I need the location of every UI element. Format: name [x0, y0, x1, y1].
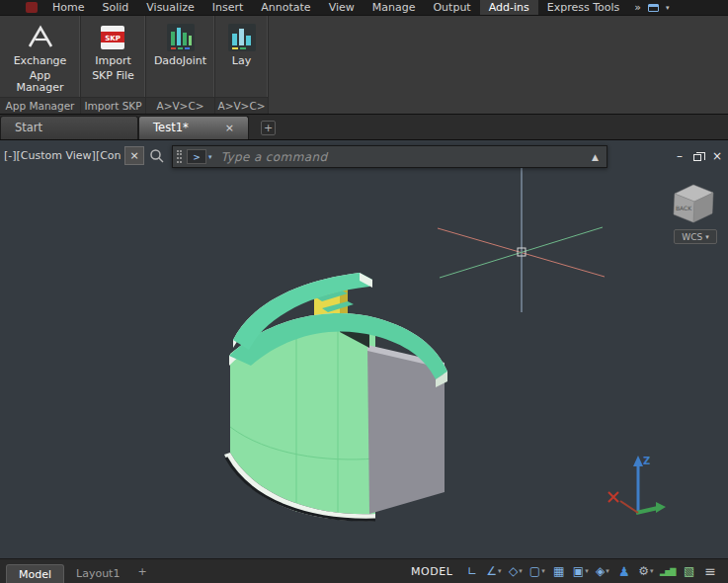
- svg-text:SKP: SKP: [106, 35, 121, 42]
- autocad-window: Home Solid Visualize Insert Annotate Vie…: [0, 0, 728, 583]
- button-label-line1: Exchange: [14, 55, 67, 67]
- dynamic-ucs-toggle[interactable]: ◈▾: [592, 559, 612, 583]
- command-bar-grip[interactable]: [177, 150, 182, 163]
- chevron-down-icon: ▾: [519, 567, 523, 575]
- panel-avc-lay: Lay A>V>C>: [215, 16, 269, 114]
- restore-button[interactable]: [693, 154, 701, 161]
- file-tab-close-icon[interactable]: ×: [225, 117, 234, 139]
- panel-label-app-manager[interactable]: App Manager: [0, 97, 80, 114]
- zoom-magnifier-icon[interactable]: [149, 148, 165, 164]
- isodraft-toggle[interactable]: ◇▾: [505, 559, 526, 583]
- reception-desk-model[interactable]: [224, 273, 447, 521]
- viewport-close-button[interactable]: ×: [124, 146, 144, 165]
- ribbon-tab-annotate[interactable]: Annotate: [252, 0, 319, 15]
- command-line-bar[interactable]: > ▾ Type a command ▲: [172, 145, 607, 168]
- minimize-button[interactable]: –: [677, 149, 683, 163]
- ribbon-tab-add-ins[interactable]: Add-ins: [480, 0, 538, 15]
- 3d-object-snap-toggle[interactable]: ▣▾: [570, 559, 591, 583]
- ribbon-empty-space: [269, 16, 728, 114]
- drawing-canvas[interactable]: BACK Z: [0, 140, 728, 558]
- exchange-app-manager-button[interactable]: Exchange App Manager: [0, 21, 80, 97]
- chevron-down-icon: ▾: [541, 567, 545, 575]
- ribbon-tab-solid[interactable]: Solid: [93, 0, 137, 15]
- button-label: Lay: [232, 55, 251, 67]
- isodraft-icon: ◇: [509, 564, 518, 578]
- wcs-dropdown[interactable]: WCS ▾: [674, 229, 717, 244]
- 3d-object-snap-icon: ▣: [573, 564, 584, 578]
- command-prompt-icon[interactable]: >: [187, 149, 206, 164]
- file-tab-test1[interactable]: Test1* ×: [138, 116, 249, 139]
- graphics-performance-toggle[interactable]: ▂▅▇: [657, 559, 678, 583]
- workspace-switching[interactable]: ⚙▾: [635, 559, 656, 583]
- polar-tracking-icon: ∠: [486, 564, 497, 578]
- file-tab-bar: Start Test1* × +: [0, 115, 728, 140]
- lay-button[interactable]: Lay: [223, 21, 261, 97]
- wcs-label: WCS: [682, 232, 702, 242]
- ribbon-display-toggle-icon[interactable]: [648, 4, 659, 12]
- ribbon-tab-home[interactable]: Home: [43, 0, 93, 15]
- close-button[interactable]: ×: [712, 149, 722, 163]
- snap-tracking-toggle[interactable]: ▦: [548, 559, 569, 583]
- ucs-icon: Z: [608, 456, 666, 514]
- viewcube[interactable]: BACK: [674, 185, 713, 222]
- model-space-toggle[interactable]: MODEL: [411, 565, 452, 578]
- customization-menu-icon[interactable]: ≡: [700, 563, 722, 579]
- panel-avc-dadojoint: DadoJoint A>V>C>: [146, 16, 215, 114]
- command-input[interactable]: Type a command: [221, 150, 328, 164]
- status-bar: Model Layout1 + MODEL ∟ ∠▾ ◇▾ ▢▾ ▦ ▣▾ ◈▾…: [0, 558, 728, 583]
- isolate-objects-toggle[interactable]: ▧: [679, 559, 699, 583]
- z-axis-label: Z: [643, 456, 650, 466]
- ribbon-display-dropdown-icon[interactable]: ▾: [666, 4, 670, 12]
- annotation-monitor-icon: ♟: [618, 564, 630, 579]
- skp-file-icon: SKP: [98, 23, 127, 52]
- new-file-tab-button[interactable]: +: [261, 121, 276, 135]
- chevron-down-icon: ▾: [606, 567, 609, 575]
- annotation-monitor-toggle[interactable]: ♟: [613, 559, 634, 583]
- tab-overflow-icon[interactable]: »: [634, 1, 641, 14]
- dadojoint-button[interactable]: DadoJoint: [150, 21, 210, 97]
- app-icon[interactable]: [26, 2, 38, 13]
- isolate-objects-icon: ▧: [684, 564, 694, 578]
- document-window-controls: – ×: [677, 149, 722, 163]
- ribbon-tab-view[interactable]: View: [320, 0, 364, 15]
- x-axis-marker: [608, 492, 618, 502]
- chevron-down-icon: ▾: [498, 567, 502, 575]
- polar-tracking-toggle[interactable]: ∠▾: [483, 559, 504, 583]
- ribbon-tab-output[interactable]: Output: [424, 0, 479, 15]
- chevron-down-icon: ▾: [650, 567, 654, 575]
- command-prompt-dropdown-icon[interactable]: ▾: [208, 153, 212, 161]
- panel-label-avc-2[interactable]: A>V>C>: [215, 97, 268, 114]
- panel-label-avc-1[interactable]: A>V>C>: [146, 97, 214, 114]
- layout-tab-layout1[interactable]: Layout1: [66, 564, 129, 583]
- ribbon: Exchange App Manager App Manager SKP Imp…: [0, 16, 728, 115]
- graphics-performance-icon: ▂▅▇: [660, 567, 675, 576]
- dynamic-ucs-icon: ◈: [596, 564, 605, 578]
- command-history-expand-icon[interactable]: ▲: [592, 152, 599, 162]
- ribbon-tab-bar: Home Solid Visualize Insert Annotate Vie…: [0, 0, 728, 16]
- ortho-toggle[interactable]: ∟: [461, 559, 482, 583]
- ribbon-tab-visualize[interactable]: Visualize: [137, 0, 202, 15]
- ribbon-tab-insert[interactable]: Insert: [203, 0, 253, 15]
- ribbon-tab-express-tools[interactable]: Express Tools: [538, 0, 629, 15]
- autodesk-a-icon: [26, 23, 55, 52]
- panel-label-import-skp[interactable]: Import SKP: [81, 97, 145, 114]
- button-label-line2: SKP File: [92, 70, 134, 82]
- button-label: DadoJoint: [154, 55, 206, 67]
- panel-import-skp: SKP Import SKP File Import SKP: [81, 16, 146, 114]
- import-skp-file-button[interactable]: SKP Import SKP File: [88, 21, 138, 97]
- object-snap-toggle[interactable]: ▢▾: [526, 559, 547, 583]
- chevron-down-icon: ▾: [585, 567, 589, 575]
- layout-tab-bar: Model Layout1 +: [0, 559, 147, 583]
- drawing-area[interactable]: BACK Z [-][Custom View][Con × > ▾: [0, 140, 728, 558]
- viewport-controls-label[interactable]: [-][Custom View][Con: [4, 149, 121, 162]
- ortho-icon: ∟: [467, 564, 477, 578]
- gear-icon: ⚙: [638, 564, 649, 578]
- layout-tab-model[interactable]: Model: [6, 564, 64, 583]
- file-tab-start[interactable]: Start: [0, 116, 138, 139]
- viewcube-face-label: BACK: [676, 205, 692, 211]
- new-layout-button[interactable]: +: [137, 565, 146, 578]
- dadojoint-icon: [166, 23, 196, 52]
- panel-app-manager: Exchange App Manager App Manager: [0, 16, 81, 114]
- snap-tracking-icon: ▦: [553, 564, 564, 578]
- ribbon-tab-manage[interactable]: Manage: [364, 0, 425, 15]
